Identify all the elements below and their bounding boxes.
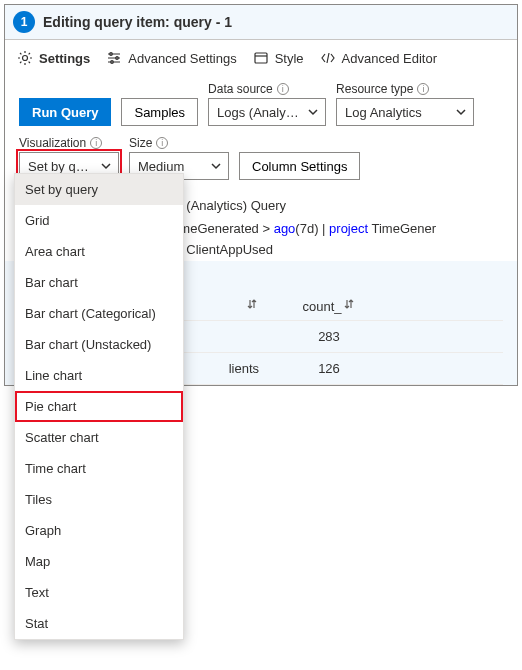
visualization-option[interactable]: Line chart [15,360,183,391]
visualization-option[interactable]: Bar chart [15,267,183,298]
samples-button[interactable]: Samples [121,98,198,126]
resource-type-label: Resource type [336,82,413,96]
style-icon [253,50,269,66]
visualization-option[interactable]: Bar chart (Unstacked) [15,329,183,360]
select-value: Medium [138,159,184,174]
visualization-option[interactable]: Scatter chart [15,422,183,453]
data-source-select[interactable]: Logs (Analy… [208,98,326,126]
select-value: Logs (Analy… [217,105,299,120]
visualization-option[interactable]: Stat [15,608,183,639]
visualization-label: Visualization [19,136,86,150]
count-header[interactable]: count_ [302,299,341,314]
info-icon[interactable]: i [277,83,289,95]
size-label: Size [129,136,152,150]
svg-point-0 [23,56,28,61]
sliders-icon [106,50,122,66]
sort-icon[interactable] [245,297,259,311]
visualization-dropdown: Set by queryGridArea chartBar chartBar c… [14,173,184,640]
visualization-option[interactable]: Text [15,577,183,608]
sort-icon[interactable] [342,297,356,311]
tab-label: Advanced Settings [128,51,236,66]
info-icon[interactable]: i [417,83,429,95]
table-row[interactable]: 283 [169,321,503,353]
data-source-label: Data source [208,82,273,96]
cell-count: 126 [289,361,369,376]
visualization-option[interactable]: Tiles [15,484,183,515]
query-code[interactable]: TimeGenerated > ago(7d) | project TimeGe… [169,219,503,261]
visualization-option[interactable]: Grid [15,205,183,236]
visualization-option[interactable]: Bar chart (Categorical) [15,298,183,329]
svg-rect-4 [255,53,267,63]
visualization-option[interactable]: Area chart [15,236,183,267]
tab-style[interactable]: Style [253,50,304,66]
chevron-down-icon [210,160,222,172]
visualization-option[interactable]: Set by query [15,174,183,205]
visualization-option[interactable]: Pie chart [15,391,183,422]
tab-advanced-editor[interactable]: Advanced Editor [320,50,437,66]
select-value: Log Analytics [345,105,422,120]
query-caption: gs (Analytics) Query [169,198,503,213]
tab-settings[interactable]: Settings [17,50,90,66]
table-row[interactable]: lients 126 [169,353,503,385]
tab-label: Settings [39,51,90,66]
chevron-down-icon [307,106,319,118]
page-title: Editing query item: query - 1 [43,14,232,30]
tab-label: Style [275,51,304,66]
chevron-down-icon [100,160,112,172]
code-icon [320,50,336,66]
info-icon[interactable]: i [156,137,168,149]
visualization-option[interactable]: Graph [15,515,183,546]
resource-type-select[interactable]: Log Analytics [336,98,474,126]
cell-count: 283 [289,329,369,344]
run-query-button[interactable]: Run Query [19,98,111,126]
info-icon[interactable]: i [90,137,102,149]
tab-label: Advanced Editor [342,51,437,66]
tabbar: Settings Advanced Settings Style Advance… [5,39,517,74]
visualization-option[interactable]: Time chart [15,453,183,484]
visualization-option[interactable]: Map [15,546,183,577]
step-badge: 1 [13,11,35,33]
tab-advanced-settings[interactable]: Advanced Settings [106,50,236,66]
chevron-down-icon [455,106,467,118]
select-value: Set by q… [28,159,89,174]
gear-icon [17,50,33,66]
column-settings-button[interactable]: Column Settings [239,152,360,180]
